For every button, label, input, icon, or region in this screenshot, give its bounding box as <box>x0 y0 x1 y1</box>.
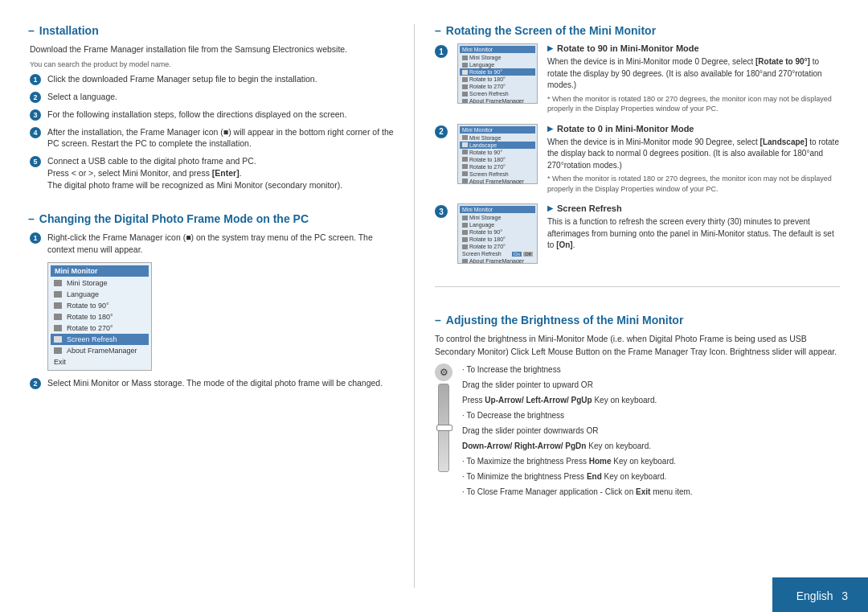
rotate-screenshot-1: Mini Monitor Mini Storage Language Rotat… <box>457 43 538 104</box>
tip-minimize: · To Minimize the brightness Press End K… <box>462 470 840 483</box>
brightness-tips: · To Increase the brightness Drag the sl… <box>462 364 840 501</box>
change-step-text-2: Select Mini Monitor or Mass storage. The… <box>47 377 398 389</box>
rotate-body-1: When the device is in Mini-Monitor mode … <box>547 56 840 92</box>
gear-icon: ⚙ <box>435 364 452 381</box>
change-step-num-2: 2 <box>30 378 41 389</box>
installation-section: Installation Download the Frame Manager … <box>28 24 398 196</box>
menu-icon-refresh <box>54 336 62 343</box>
brightness-intro: To control the brightness in Mini-Monito… <box>435 333 840 359</box>
menu-item-exit: Exit <box>51 356 149 368</box>
rotate-subtitle-2: Rotate to 0 in Mini-Monitor Mode <box>547 124 840 133</box>
rotate-desc-2: Rotate to 0 in Mini-Monitor Mode When th… <box>547 124 840 195</box>
page-number: 3 <box>841 589 848 602</box>
step-2: 2 Select a language. <box>30 91 398 103</box>
tip-increase-key: Press Up-Arrow/ Left-Arrow/ PgUp Key on … <box>462 394 840 406</box>
step-3: 3 For the following installation steps, … <box>30 109 398 121</box>
tip-decrease-label: · To Decrease the brightness <box>462 409 840 421</box>
brightness-section: Adjusting the Brightness of the Mini Mon… <box>435 314 840 501</box>
menu-item-rotate180: Rotate to 180° <box>51 311 149 322</box>
rotate-item-3: 3 Mini Monitor Mini Storage Language Rot… <box>435 203 840 264</box>
menu-icon-language <box>54 291 62 298</box>
rotate-desc-1: Rotate to 90 in Mini-Monitor Mode When t… <box>547 43 840 114</box>
tip-close: · To Close Frame Manager application - C… <box>462 486 840 498</box>
step-num-1: 1 <box>30 74 41 85</box>
page-container: Installation Download the Frame Manager … <box>0 0 868 612</box>
rotate-body-2: When the device is in Mini-Monitor mode … <box>547 137 840 172</box>
changing-mode-title: Changing the Digital Photo Frame Mode on… <box>28 212 398 225</box>
menu-title-bar: Mini Monitor <box>51 265 149 277</box>
changing-mode-body: 1 Right-click the Frame Manager icon (■)… <box>28 232 398 388</box>
rotate-items: 1 Mini Monitor Mini Storage Language Rot… <box>435 43 840 264</box>
brightness-title: Adjusting the Brightness of the Mini Mon… <box>435 314 840 327</box>
step-num-4: 4 <box>30 127 41 138</box>
menu-item-rotate270: Rotate to 270° <box>51 322 149 334</box>
rotating-title: Rotating the Screen of the Mini Monitor <box>435 24 840 37</box>
rotate-subtitle-3: Screen Refresh <box>547 203 840 213</box>
menu-icon-storage <box>54 280 62 286</box>
menu-icon-about <box>54 347 62 354</box>
installation-download: Download the Frame Manager installation … <box>30 43 398 56</box>
rotating-section: Rotating the Screen of the Mini Monitor … <box>435 24 840 264</box>
step-num-2: 2 <box>30 92 41 103</box>
installation-title: Installation <box>28 24 398 37</box>
change-step-1: 1 Right-click the Frame Manager icon (■)… <box>30 232 398 255</box>
slider-thumb <box>436 425 452 431</box>
step-num-3: 3 <box>30 109 41 121</box>
section-divider <box>435 286 840 287</box>
menu-icon-rotate180 <box>54 314 62 320</box>
brightness-content: ⚙ · To Increase the brightness Drag the … <box>435 364 840 501</box>
left-column: Installation Download the Frame Manager … <box>28 24 398 588</box>
menu-item-screenrefresh: Screen Refresh <box>51 334 149 345</box>
tip-maximize: · To Maximize the brightness Press Home … <box>462 455 840 467</box>
installation-note: You can search the product by model name… <box>30 60 398 68</box>
installation-body: Download the Frame Manager installation … <box>28 43 398 191</box>
menu-icon-rotate270 <box>54 325 62 331</box>
change-step-num-1: 1 <box>30 232 41 244</box>
rotate-num-1: 1 <box>435 45 448 58</box>
step-num-5: 5 <box>30 156 41 167</box>
menu-item-language: Language <box>51 289 149 300</box>
change-step-text-1: Right-click the Frame Manager icon (■) o… <box>47 232 398 255</box>
step-text-4: After the installation, the Frame Manage… <box>47 126 398 150</box>
tip-decrease-drag: Drag the slider pointer downwards OR <box>462 425 840 437</box>
step-text-2: Select a language. <box>47 91 398 103</box>
tip-decrease-key: Down-Arrow/ Right-Arrow/ PgDn Key on key… <box>462 440 840 452</box>
main-content: Installation Download the Frame Manager … <box>28 24 840 588</box>
menu-item-storage: Mini Storage <box>51 277 149 289</box>
step-1: 1 Click the downloaded Frame Manager set… <box>30 73 398 85</box>
rotate-desc-3: Screen Refresh This is a function to ref… <box>547 203 840 252</box>
step-4: 4 After the installation, the Frame Mana… <box>30 126 398 150</box>
language-label: English <box>796 589 833 602</box>
rotate-note-1: When the monitor is rotated 180 or 270 d… <box>547 94 840 114</box>
context-menu-screenshot: Mini Monitor Mini Storage Language Rotat… <box>47 262 152 371</box>
menu-item-rotate90: Rotate to 90° <box>51 300 149 311</box>
step-5: 5 Connect a USB cable to the digital pho… <box>30 155 398 191</box>
rotate-screenshot-3: Mini Monitor Mini Storage Language Rotat… <box>457 203 538 264</box>
menu-icon-rotate90 <box>54 302 62 309</box>
step-text-3: For the following installation steps, fo… <box>47 109 398 121</box>
slider-track <box>438 384 449 472</box>
change-step-2: 2 Select Mini Monitor or Mass storage. T… <box>30 377 398 389</box>
right-column: Rotating the Screen of the Mini Monitor … <box>414 24 840 588</box>
rotate-num-3: 3 <box>435 205 448 218</box>
step-text-5: Connect a USB cable to the digital photo… <box>47 155 398 191</box>
rotate-item-1: 1 Mini Monitor Mini Storage Language Rot… <box>435 43 840 114</box>
rotate-subtitle-1: Rotate to 90 in Mini-Monitor Mode <box>547 43 840 53</box>
tip-increase-label: · To Increase the brightness <box>462 364 840 376</box>
step-text-1: Click the downloaded Frame Manager setup… <box>47 73 398 85</box>
rotate-screenshot-2: Mini Monitor Mini Storage Landscape Rota… <box>457 124 538 184</box>
rotate-item-2: 2 Mini Monitor Mini Storage Landscape Ro… <box>435 124 840 195</box>
rotate-num-2: 2 <box>435 125 448 138</box>
footer-bar: English 3 <box>772 577 868 612</box>
changing-mode-section: Changing the Digital Photo Frame Mode on… <box>28 212 398 394</box>
menu-item-about: About FrameManager <box>51 345 149 356</box>
rotate-body-3: This is a function to refresh the screen… <box>547 216 840 252</box>
rotate-note-2: When the monitor is rotated 180 or 270 d… <box>547 174 840 194</box>
brightness-slider: ⚙ <box>435 364 452 472</box>
tip-increase-drag: Drag the slider pointer to upward OR <box>462 379 840 391</box>
